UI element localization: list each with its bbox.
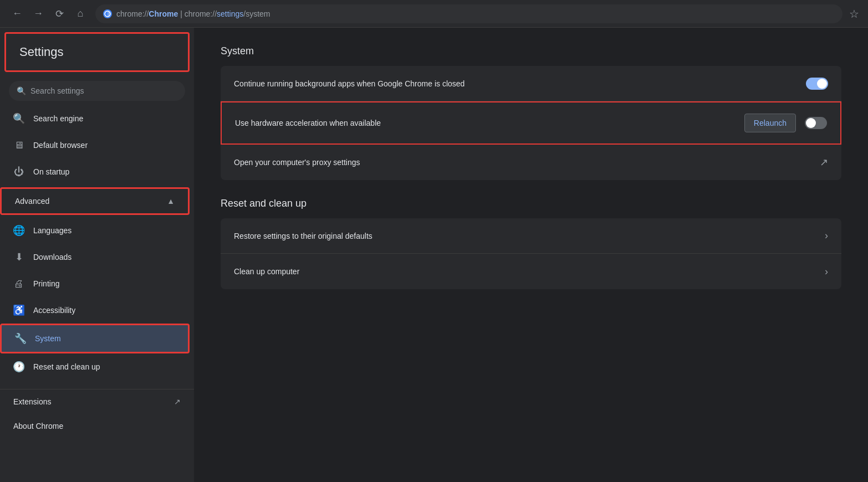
search-bar[interactable]: 🔍 Search settings <box>9 81 185 101</box>
sidebar-item-label: Reset and clean up <box>33 362 100 371</box>
sidebar-item-about-chrome[interactable]: About Chrome <box>0 414 194 438</box>
nav-icons: ← → ⟳ ⌂ <box>9 6 89 22</box>
background-apps-label: Continue running background apps when Go… <box>234 79 464 88</box>
favicon-icon <box>103 9 112 18</box>
restore-settings-controls: › <box>825 230 828 242</box>
restore-settings-label: Restore settings to their original defau… <box>234 232 372 240</box>
sidebar-item-label: Printing <box>33 279 59 288</box>
sidebar-item-label: Search engine <box>33 114 83 123</box>
sidebar-item-search-engine[interactable]: 🔍 Search engine <box>0 105 190 132</box>
advanced-label: Advanced <box>15 197 49 206</box>
hardware-acceleration-label: Use hardware acceleration when available <box>235 119 381 127</box>
restore-arrow-icon: › <box>825 230 828 242</box>
external-link-icon: ↗ <box>174 397 181 406</box>
search-placeholder: Search settings <box>30 86 84 95</box>
url-scheme: chrome:// <box>116 9 149 18</box>
proxy-external-link-icon: ↗ <box>820 156 828 168</box>
background-apps-toggle[interactable] <box>806 78 828 90</box>
accessibility-icon: ♿ <box>13 305 24 316</box>
sidebar-item-label: On startup <box>33 167 69 176</box>
restore-settings-row[interactable]: Restore settings to their original defau… <box>221 218 841 254</box>
home-button[interactable]: ⌂ <box>72 6 89 22</box>
system-settings-card: Continue running background apps when Go… <box>221 66 841 180</box>
extensions-label: Extensions <box>13 397 51 406</box>
hardware-acceleration-toggle[interactable] <box>805 117 827 129</box>
main-layout: Settings 🔍 Search settings 🔍 Search engi… <box>0 28 868 482</box>
sidebar-item-accessibility[interactable]: ♿ Accessibility <box>0 297 190 324</box>
clean-up-controls: › <box>825 266 828 278</box>
sidebar-item-label: Default browser <box>33 141 88 150</box>
on-startup-icon: ⏻ <box>13 166 24 177</box>
sidebar-item-printing[interactable]: 🖨 Printing <box>0 270 190 297</box>
search-engine-icon: 🔍 <box>13 113 24 124</box>
sidebar-item-reset-and-clean-up[interactable]: 🕐 Reset and clean up <box>0 353 190 380</box>
back-button[interactable]: ← <box>9 6 25 22</box>
default-browser-icon: 🖥 <box>13 140 24 151</box>
proxy-settings-row[interactable]: Open your computer's proxy settings ↗ <box>221 145 841 180</box>
sidebar-item-label: Accessibility <box>33 306 75 315</box>
sidebar-item-label: System <box>35 334 61 343</box>
cleanup-arrow-icon: › <box>825 266 828 278</box>
url-text: chrome://Chrome | chrome://settings/syst… <box>116 9 270 18</box>
relaunch-button[interactable]: Relaunch <box>744 114 796 132</box>
content-area: System Continue running background apps … <box>194 28 868 482</box>
background-apps-controls <box>806 78 828 90</box>
downloads-icon: ⬇ <box>13 252 24 263</box>
sidebar: Settings 🔍 Search settings 🔍 Search engi… <box>0 28 194 482</box>
system-icon: 🔧 <box>15 333 26 344</box>
reset-section-title: Reset and clean up <box>221 198 841 209</box>
hardware-acceleration-row: Use hardware acceleration when available… <box>221 101 841 145</box>
sidebar-item-languages[interactable]: 🌐 Languages <box>0 217 190 244</box>
settings-title: Settings <box>4 32 190 72</box>
reload-button[interactable]: ⟳ <box>51 6 68 22</box>
forward-button[interactable]: → <box>30 6 47 22</box>
about-label: About Chrome <box>13 422 63 430</box>
clean-up-computer-row[interactable]: Clean up computer › <box>221 254 841 289</box>
reset-icon: 🕐 <box>13 361 24 372</box>
sidebar-item-label: Languages <box>33 226 72 235</box>
sidebar-item-label: Downloads <box>33 253 72 261</box>
clean-up-label: Clean up computer <box>234 267 299 276</box>
search-icon: 🔍 <box>17 86 26 95</box>
sidebar-item-extensions[interactable]: Extensions ↗ <box>0 389 194 414</box>
system-section-title: System <box>221 45 841 57</box>
address-bar[interactable]: chrome://Chrome | chrome://settings/syst… <box>95 4 843 23</box>
printing-icon: 🖨 <box>13 278 24 289</box>
sidebar-item-system[interactable]: 🔧 System <box>0 324 190 353</box>
bookmark-icon[interactable]: ☆ <box>849 7 859 20</box>
hardware-acceleration-controls: Relaunch <box>744 114 827 132</box>
proxy-settings-controls: ↗ <box>820 156 828 168</box>
collapse-icon: ▲ <box>167 197 175 206</box>
background-apps-row: Continue running background apps when Go… <box>221 66 841 101</box>
advanced-section-header[interactable]: Advanced ▲ <box>0 187 190 215</box>
browser-chrome: ← → ⟳ ⌂ chrome://Chrome | chrome://setti… <box>0 0 868 28</box>
reset-settings-card: Restore settings to their original defau… <box>221 218 841 289</box>
proxy-settings-label: Open your computer's proxy settings <box>234 158 360 167</box>
sidebar-item-default-browser[interactable]: 🖥 Default browser <box>0 132 190 158</box>
sidebar-item-on-startup[interactable]: ⏻ On startup <box>0 158 190 185</box>
languages-icon: 🌐 <box>13 225 24 236</box>
sidebar-item-downloads[interactable]: ⬇ Downloads <box>0 244 190 270</box>
